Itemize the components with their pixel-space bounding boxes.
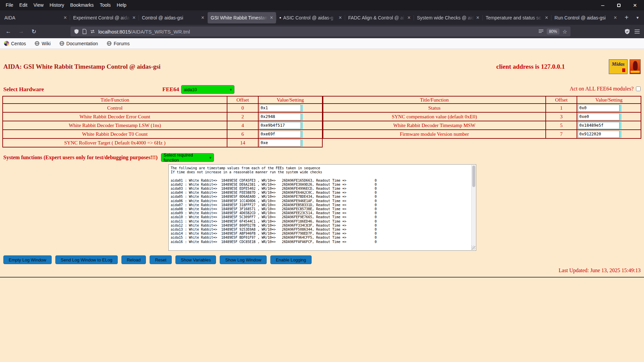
reload-icon[interactable]: ↻: [30, 27, 38, 36]
tab-close-icon[interactable]: ×: [132, 15, 136, 21]
register-value-input[interactable]: [259, 105, 301, 112]
register-value-input[interactable]: [578, 105, 620, 112]
tab-gsi-white-rabbit[interactable]: GSI White Rabbit Timestam ×: [208, 12, 276, 23]
midas-logo[interactable]: Midas: [609, 59, 628, 74]
register-value-input[interactable]: [259, 122, 301, 129]
page-info-icon[interactable]: [82, 29, 87, 34]
register-title: SYNC compensation value (default 0xE0): [323, 112, 546, 121]
log-window[interactable]: The following are timestamp values from …: [168, 164, 476, 251]
new-tab-button[interactable]: +: [622, 13, 632, 23]
footer-divider: [0, 277, 644, 278]
tab-control[interactable]: Control @ aidas-gsi ×: [139, 12, 207, 23]
log-text[interactable]: The following are timestamp values from …: [169, 165, 476, 250]
bookmark-star-icon[interactable]: ☆: [562, 28, 567, 35]
tab-close-icon[interactable]: ×: [270, 15, 273, 21]
system-functions-row: System functions (Expert users only for …: [3, 153, 641, 162]
tab-label: Control @ aidas-gsi: [142, 15, 199, 20]
register-offset: 1: [546, 104, 577, 112]
bookmark-forums[interactable]: Forums: [107, 41, 129, 46]
close-icon[interactable]: ×: [632, 2, 638, 8]
menu-file[interactable]: File: [3, 0, 16, 10]
tab-close-icon[interactable]: ×: [545, 15, 548, 21]
tab-label: FADC Align & Control @ ai: [348, 15, 406, 20]
menu-edit[interactable]: Edit: [16, 0, 31, 10]
bookmark-wiki[interactable]: Wiki: [35, 41, 50, 46]
experiment-logo[interactable]: [630, 59, 641, 74]
extension-shield-icon[interactable]: [624, 28, 630, 35]
register-table-right: Title/Function Offset Value/Setting Stat…: [323, 96, 641, 139]
tab-experiment-control[interactable]: Experiment Control @ aida ×: [70, 12, 139, 23]
system-function-select[interactable]: Select required function ▾: [161, 153, 214, 162]
tab-run-control[interactable]: Run Control @ aidas-gsi ×: [551, 12, 620, 23]
menu-bookmarks[interactable]: Bookmarks: [67, 0, 97, 10]
reload-button[interactable]: Reload: [121, 255, 146, 264]
tab-temperature-status[interactable]: Temperature and status sc ×: [483, 12, 551, 23]
log-scrollbar[interactable]: [471, 165, 476, 250]
tab-close-icon[interactable]: ×: [614, 15, 617, 21]
menu-help[interactable]: Help: [114, 0, 129, 10]
url-path: /AIDA/TS_WR/TS_WR.tml: [131, 29, 190, 35]
button-row: Empty Log Window Send Log Window to ELog…: [3, 255, 644, 264]
menu-tools[interactable]: Tools: [97, 0, 114, 10]
table-row: Firmware module Version number 7: [323, 130, 641, 138]
show-log-window-button[interactable]: Show Log Window: [220, 255, 267, 264]
reset-button[interactable]: Reset: [150, 255, 172, 264]
column-header-title: Title/Function: [3, 96, 227, 104]
tab-close-icon[interactable]: ×: [339, 15, 342, 21]
tab-fadc-align[interactable]: FADC Align & Control @ ai ×: [345, 12, 414, 23]
list-all-tabs-icon[interactable]: ▾: [636, 15, 643, 20]
tab-label: Temperature and status sc: [486, 15, 543, 20]
menu-history[interactable]: History: [47, 0, 67, 10]
forward-icon[interactable]: →: [17, 27, 25, 36]
register-value-input[interactable]: [259, 113, 301, 120]
tab-system-checks[interactable]: System wide Checks @ aid ×: [414, 12, 482, 23]
log-scrollbar-thumb[interactable]: [472, 166, 475, 187]
act-on-all-checkbox[interactable]: [636, 86, 641, 91]
register-value-input[interactable]: [578, 122, 620, 129]
enable-logging-button[interactable]: Enable Logging: [270, 255, 311, 264]
register-offset: 6: [227, 130, 258, 138]
page-header: AIDA: GSI White Rabbit Timestamp Control…: [3, 59, 641, 74]
tab-close-icon[interactable]: ×: [64, 15, 67, 21]
column-header-offset: Offset: [227, 96, 258, 104]
zoom-level-badge[interactable]: 80%: [547, 28, 559, 35]
page-content: AIDA: GSI White Rabbit Timestamp Control…: [0, 49, 644, 362]
value-edit-strip: [301, 139, 303, 146]
url-bar[interactable]: localhost:8015/AIDA/TS_WR/TS_WR.tml 80% …: [70, 26, 571, 37]
bookmark-documentation[interactable]: Documentation: [59, 41, 98, 46]
show-variables-button[interactable]: Show Variables: [175, 255, 216, 264]
log-resize-grip[interactable]: [471, 246, 475, 250]
fee64-select[interactable]: aida10 ▾: [181, 85, 234, 94]
back-icon[interactable]: ←: [4, 27, 13, 36]
act-on-all-group: Act on ALL FEE64 modules?: [570, 86, 641, 92]
bookmarks-toolbar: Centos Wiki Documentation Forums: [0, 38, 644, 49]
permissions-icon[interactable]: [90, 29, 95, 34]
bookmark-label: Forums: [114, 41, 129, 46]
fee64-group: FEE64 aida10 ▾: [162, 85, 234, 94]
register-value-input[interactable]: [259, 139, 301, 146]
menu-view[interactable]: View: [31, 0, 47, 10]
url-text[interactable]: localhost:8015/AIDA/TS_WR/TS_WR.tml: [98, 29, 535, 35]
register-title: White Rabbit Decoder Timestamp LSW (1ns): [3, 121, 227, 130]
register-value-input[interactable]: [578, 113, 620, 120]
tracking-protection-shield-icon[interactable]: [74, 29, 79, 34]
last-updated-text: Last Updated: June 13, 2025 15:49:13: [0, 267, 644, 274]
register-value-input[interactable]: [578, 131, 620, 138]
maximize-icon[interactable]: [616, 2, 622, 8]
reader-mode-icon[interactable]: [538, 29, 544, 34]
table-row: Control 0: [3, 104, 322, 112]
send-log-to-elog-button[interactable]: Send Log Window to ELog: [55, 255, 118, 264]
bookmark-label: Wiki: [42, 41, 50, 46]
tab-aida[interactable]: AIDA ×: [1, 12, 70, 23]
tab-bar: AIDA × Experiment Control @ aida × Contr…: [0, 10, 644, 25]
tab-close-icon[interactable]: ×: [476, 15, 479, 21]
register-value-input[interactable]: [259, 131, 301, 138]
tab-close-icon[interactable]: ×: [201, 15, 204, 21]
bookmark-centos[interactable]: Centos: [4, 41, 26, 46]
minimize-icon[interactable]: –: [600, 2, 606, 8]
tab-asic-control[interactable]: • ASIC Control @ aidas-g ×: [276, 12, 345, 23]
tab-close-icon[interactable]: ×: [408, 15, 411, 21]
empty-log-window-button[interactable]: Empty Log Window: [3, 255, 52, 264]
hardware-select-row: Select Hardware FEE64 aida10 ▾ Act on AL…: [3, 85, 641, 95]
hamburger-menu-icon[interactable]: [634, 29, 640, 34]
